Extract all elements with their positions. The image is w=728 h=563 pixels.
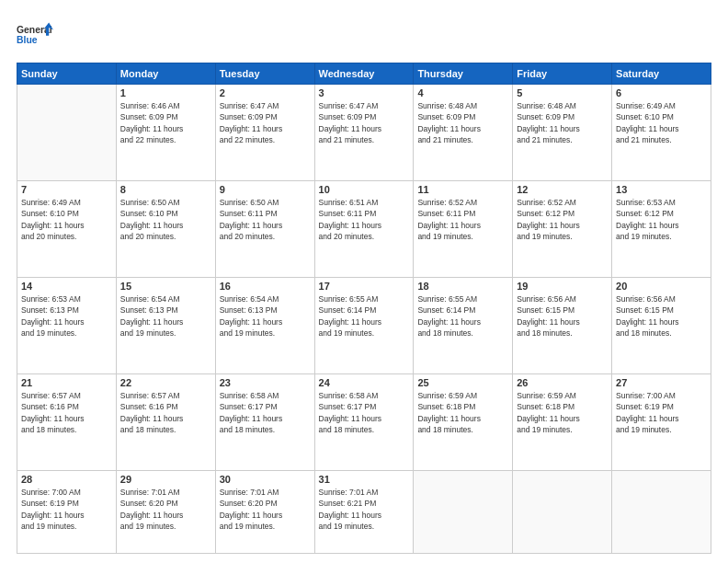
day-number: 21 [21,377,112,388]
day-info: Sunrise: 6:47 AM Sunset: 6:09 PM Dayligh… [319,100,410,145]
calendar-cell [17,85,117,181]
day-number: 26 [517,377,608,388]
calendar-cell: 23Sunrise: 6:58 AM Sunset: 6:17 PM Dayli… [215,374,314,471]
day-info: Sunrise: 6:55 AM Sunset: 6:14 PM Dayligh… [319,293,410,339]
weekday-header: Monday [116,63,215,85]
day-number: 29 [120,474,211,485]
weekday-header: Wednesday [314,63,414,85]
calendar-cell: 21Sunrise: 6:57 AM Sunset: 6:16 PM Dayli… [17,374,117,471]
day-info: Sunrise: 6:55 AM Sunset: 6:14 PM Dayligh… [417,293,508,339]
calendar-body: 1Sunrise: 6:46 AM Sunset: 6:09 PM Daylig… [17,85,711,554]
day-number: 28 [21,474,112,485]
day-info: Sunrise: 6:46 AM Sunset: 6:09 PM Dayligh… [120,100,211,145]
calendar-cell: 25Sunrise: 6:59 AM Sunset: 6:18 PM Dayli… [414,374,513,471]
day-info: Sunrise: 7:01 AM Sunset: 6:20 PM Dayligh… [120,487,211,532]
svg-text:Blue: Blue [17,35,38,45]
day-info: Sunrise: 6:56 AM Sunset: 6:15 PM Dayligh… [616,293,707,339]
day-info: Sunrise: 7:01 AM Sunset: 6:20 PM Dayligh… [220,487,311,532]
day-info: Sunrise: 6:54 AM Sunset: 6:13 PM Dayligh… [220,293,311,339]
weekday-header: Saturday [612,63,711,85]
calendar-cell: 2Sunrise: 6:47 AM Sunset: 6:09 PM Daylig… [215,85,314,181]
day-number: 12 [517,184,608,195]
calendar-cell: 20Sunrise: 6:56 AM Sunset: 6:15 PM Dayli… [612,278,711,374]
day-number: 19 [517,281,608,292]
calendar-cell: 13Sunrise: 6:53 AM Sunset: 6:12 PM Dayli… [612,181,711,278]
day-number: 8 [120,184,211,195]
calendar-cell [414,471,513,554]
day-info: Sunrise: 6:54 AM Sunset: 6:13 PM Dayligh… [120,293,211,339]
weekday-header: Thursday [414,63,513,85]
calendar-cell: 22Sunrise: 6:57 AM Sunset: 6:16 PM Dayli… [116,374,215,471]
day-number: 10 [319,184,410,195]
calendar: SundayMondayTuesdayWednesdayThursdayFrid… [17,63,711,554]
calendar-cell: 17Sunrise: 6:55 AM Sunset: 6:14 PM Dayli… [314,278,414,374]
calendar-cell: 26Sunrise: 6:59 AM Sunset: 6:18 PM Dayli… [513,374,612,471]
calendar-cell: 27Sunrise: 7:00 AM Sunset: 6:19 PM Dayli… [612,374,711,471]
weekday-header: Friday [513,63,612,85]
calendar-cell: 12Sunrise: 6:52 AM Sunset: 6:12 PM Dayli… [513,181,612,278]
page: General Blue SundayMondayTuesdayWednesda… [0,0,728,563]
calendar-cell: 29Sunrise: 7:01 AM Sunset: 6:20 PM Dayli… [116,471,215,554]
day-info: Sunrise: 6:48 AM Sunset: 6:09 PM Dayligh… [417,100,508,145]
weekday-row: SundayMondayTuesdayWednesdayThursdayFrid… [17,63,711,85]
calendar-cell: 8Sunrise: 6:50 AM Sunset: 6:10 PM Daylig… [116,181,215,278]
calendar-cell: 11Sunrise: 6:52 AM Sunset: 6:11 PM Dayli… [414,181,513,278]
day-number: 6 [616,87,707,98]
day-number: 3 [319,87,410,98]
day-info: Sunrise: 6:53 AM Sunset: 6:13 PM Dayligh… [21,293,112,339]
day-info: Sunrise: 6:56 AM Sunset: 6:15 PM Dayligh… [517,293,608,339]
day-number: 24 [319,377,410,388]
day-number: 9 [220,184,311,195]
day-number: 18 [417,281,508,292]
day-info: Sunrise: 6:53 AM Sunset: 6:12 PM Dayligh… [616,197,707,242]
day-number: 1 [120,87,211,98]
calendar-cell: 6Sunrise: 6:49 AM Sunset: 6:10 PM Daylig… [612,85,711,181]
calendar-cell: 24Sunrise: 6:58 AM Sunset: 6:17 PM Dayli… [314,374,414,471]
day-info: Sunrise: 6:52 AM Sunset: 6:11 PM Dayligh… [417,197,508,242]
calendar-cell: 16Sunrise: 6:54 AM Sunset: 6:13 PM Dayli… [215,278,314,374]
day-info: Sunrise: 7:00 AM Sunset: 6:19 PM Dayligh… [616,390,707,435]
day-info: Sunrise: 6:59 AM Sunset: 6:18 PM Dayligh… [517,390,608,435]
day-info: Sunrise: 7:01 AM Sunset: 6:21 PM Dayligh… [319,487,410,532]
logo: General Blue [17,17,53,53]
day-info: Sunrise: 6:50 AM Sunset: 6:11 PM Dayligh… [220,197,311,242]
day-number: 22 [120,377,211,388]
day-info: Sunrise: 6:57 AM Sunset: 6:16 PM Dayligh… [120,390,211,435]
calendar-cell: 7Sunrise: 6:49 AM Sunset: 6:10 PM Daylig… [17,181,117,278]
day-number: 25 [417,377,508,388]
calendar-cell: 5Sunrise: 6:48 AM Sunset: 6:09 PM Daylig… [513,85,612,181]
logo-svg: General Blue [17,17,53,53]
day-info: Sunrise: 6:58 AM Sunset: 6:17 PM Dayligh… [319,390,410,435]
calendar-cell: 10Sunrise: 6:51 AM Sunset: 6:11 PM Dayli… [314,181,414,278]
day-number: 23 [220,377,311,388]
day-info: Sunrise: 6:49 AM Sunset: 6:10 PM Dayligh… [616,100,707,145]
day-number: 2 [220,87,311,98]
day-number: 20 [616,281,707,292]
day-number: 13 [616,184,707,195]
day-number: 5 [517,87,608,98]
calendar-week-row: 21Sunrise: 6:57 AM Sunset: 6:16 PM Dayli… [17,374,711,471]
calendar-week-row: 7Sunrise: 6:49 AM Sunset: 6:10 PM Daylig… [17,181,711,278]
calendar-cell [612,471,711,554]
calendar-cell: 14Sunrise: 6:53 AM Sunset: 6:13 PM Dayli… [17,278,117,374]
calendar-cell: 18Sunrise: 6:55 AM Sunset: 6:14 PM Dayli… [414,278,513,374]
calendar-week-row: 14Sunrise: 6:53 AM Sunset: 6:13 PM Dayli… [17,278,711,374]
day-number: 15 [120,281,211,292]
day-number: 11 [417,184,508,195]
day-info: Sunrise: 6:48 AM Sunset: 6:09 PM Dayligh… [517,100,608,145]
day-number: 16 [220,281,311,292]
calendar-cell: 15Sunrise: 6:54 AM Sunset: 6:13 PM Dayli… [116,278,215,374]
day-number: 31 [319,474,410,485]
calendar-cell: 9Sunrise: 6:50 AM Sunset: 6:11 PM Daylig… [215,181,314,278]
calendar-cell: 19Sunrise: 6:56 AM Sunset: 6:15 PM Dayli… [513,278,612,374]
calendar-week-row: 1Sunrise: 6:46 AM Sunset: 6:09 PM Daylig… [17,85,711,181]
day-info: Sunrise: 6:52 AM Sunset: 6:12 PM Dayligh… [517,197,608,242]
day-number: 27 [616,377,707,388]
day-info: Sunrise: 6:59 AM Sunset: 6:18 PM Dayligh… [417,390,508,435]
calendar-cell [513,471,612,554]
day-number: 17 [319,281,410,292]
day-number: 14 [21,281,112,292]
day-info: Sunrise: 6:51 AM Sunset: 6:11 PM Dayligh… [319,197,410,242]
day-info: Sunrise: 6:49 AM Sunset: 6:10 PM Dayligh… [21,197,112,242]
calendar-cell: 1Sunrise: 6:46 AM Sunset: 6:09 PM Daylig… [116,85,215,181]
